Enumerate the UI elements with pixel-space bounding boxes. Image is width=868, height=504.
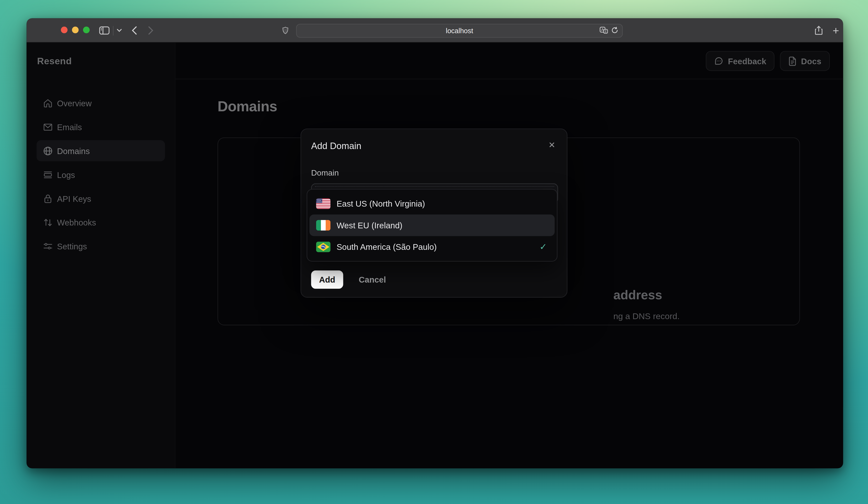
sidebar-toggle-icon[interactable] — [97, 26, 111, 34]
address-bar-url: localhost — [446, 27, 473, 34]
translate-icon[interactable]: A 文 — [600, 26, 608, 35]
domain-field-label: Domain — [311, 168, 339, 177]
region-dropdown: East US (North Virginia) West EU (Irelan… — [307, 189, 557, 262]
browser-toolbar: localhost A 文 — [27, 18, 843, 43]
desktop-background: localhost A 文 — [0, 0, 868, 504]
forward-button[interactable] — [146, 26, 155, 34]
maximize-window-button[interactable] — [83, 27, 90, 33]
back-button[interactable] — [130, 26, 138, 34]
new-tab-icon[interactable]: + — [831, 24, 841, 36]
region-option-east-us[interactable]: East US (North Virginia) — [309, 193, 555, 214]
region-option-label: East US (North Virginia) — [337, 199, 425, 208]
ireland-flag-icon — [316, 220, 330, 231]
us-flag-icon — [316, 199, 330, 209]
brazil-flag-icon — [316, 242, 330, 252]
close-window-button[interactable] — [61, 27, 68, 33]
svg-text:文: 文 — [604, 29, 607, 33]
check-icon: ✓ — [539, 242, 547, 252]
modal-backdrop-sidebar — [27, 43, 175, 468]
modal-title: Add Domain — [311, 141, 361, 151]
region-option-label: West EU (Ireland) — [337, 221, 403, 230]
chevron-down-icon[interactable] — [115, 28, 123, 32]
shield-icon[interactable] — [281, 26, 289, 34]
toolbar-divider — [113, 26, 113, 36]
add-domain-modal: Add Domain ✕ Domain — [301, 129, 567, 298]
close-icon[interactable]: ✕ — [546, 139, 558, 151]
add-button[interactable]: Add — [311, 270, 343, 289]
region-option-south-america[interactable]: South America (São Paulo) ✓ — [309, 236, 555, 258]
minimize-window-button[interactable] — [72, 27, 79, 33]
region-option-west-eu[interactable]: West EU (Ireland) — [309, 214, 555, 236]
share-icon[interactable] — [814, 26, 824, 35]
reload-icon[interactable] — [611, 26, 618, 35]
region-option-label: South America (São Paulo) — [337, 242, 437, 252]
browser-window: localhost A 文 — [27, 18, 843, 468]
cancel-button[interactable]: Cancel — [354, 270, 390, 289]
address-bar[interactable]: localhost A 文 — [296, 24, 623, 38]
